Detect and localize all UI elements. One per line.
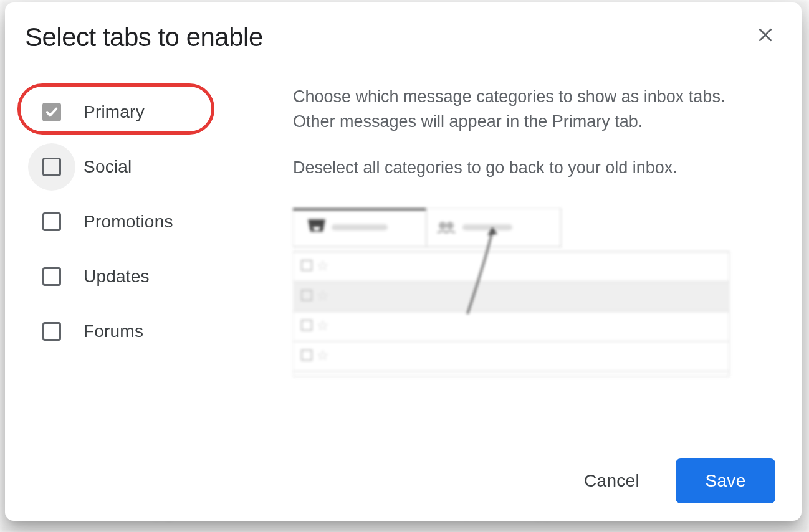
svg-point-5 — [446, 222, 454, 229]
category-list: Primary Social Promotions Updates — [25, 78, 293, 446]
svg-rect-8 — [293, 282, 729, 311]
checkbox-promotions[interactable] — [42, 212, 61, 231]
tabs-illustration: ☆ ☆ ☆ ☆ — [293, 208, 779, 389]
dialog-footer: Cancel Save — [25, 446, 779, 503]
category-row-updates[interactable]: Updates — [25, 249, 293, 304]
category-label: Social — [84, 157, 132, 177]
svg-text:☆: ☆ — [317, 348, 329, 363]
dialog-title: Select tabs to enable — [25, 22, 779, 52]
checkbox-primary[interactable] — [42, 103, 61, 121]
checkbox-updates[interactable] — [42, 267, 61, 286]
category-label: Promotions — [84, 212, 173, 232]
category-row-forums[interactable]: Forums — [25, 304, 293, 359]
description-line2: Deselect all categories to go back to yo… — [293, 156, 729, 181]
svg-rect-6 — [462, 224, 512, 230]
cancel-button[interactable]: Cancel — [563, 458, 661, 503]
svg-rect-1 — [293, 208, 426, 211]
checkbox-social[interactable] — [42, 158, 61, 176]
svg-point-4 — [439, 222, 446, 229]
category-label: Updates — [84, 267, 150, 287]
category-row-social[interactable]: Social — [25, 140, 293, 194]
close-button[interactable] — [752, 21, 779, 49]
close-icon — [756, 26, 775, 44]
category-row-primary[interactable]: Primary — [25, 85, 293, 140]
svg-text:☆: ☆ — [317, 288, 329, 303]
category-row-promotions[interactable]: Promotions — [25, 194, 293, 249]
svg-rect-3 — [332, 224, 388, 230]
category-label: Primary — [84, 102, 145, 122]
description-line1: Choose which message categories to show … — [293, 85, 729, 135]
checkbox-forums[interactable] — [42, 322, 61, 341]
select-tabs-dialog: Select tabs to enable Primary Social — [5, 2, 802, 521]
svg-rect-7 — [293, 252, 729, 376]
svg-text:☆: ☆ — [317, 318, 329, 333]
description-text: Choose which message categories to show … — [293, 85, 729, 181]
svg-text:☆: ☆ — [317, 258, 329, 273]
category-label: Forums — [84, 321, 143, 341]
save-button[interactable]: Save — [676, 458, 775, 503]
